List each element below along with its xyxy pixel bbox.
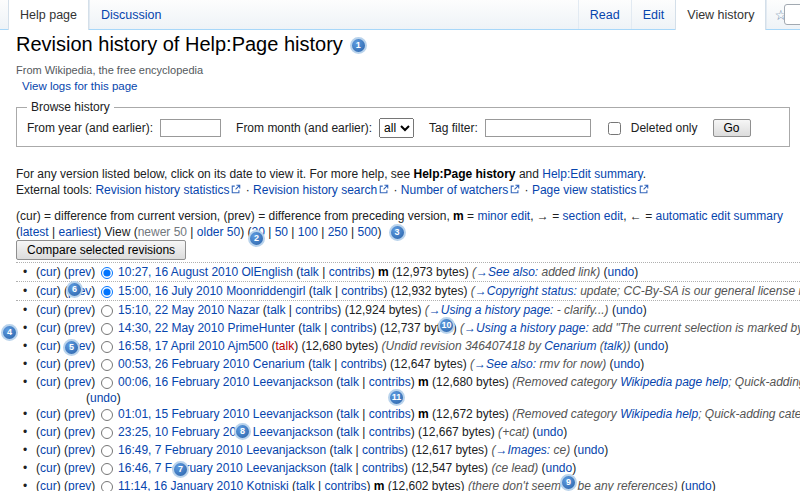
revision-date-link[interactable]: 15:10, 22 May 2010: [118, 303, 224, 317]
tab-edit[interactable]: Edit: [631, 0, 676, 29]
text-link[interactable]: minor edit: [477, 209, 530, 223]
cur-link[interactable]: cur: [40, 375, 57, 389]
deleted-only-checkbox[interactable]: [608, 122, 621, 135]
user-talk-link[interactable]: talk: [300, 265, 319, 279]
cur-link[interactable]: cur: [40, 407, 57, 421]
section-link[interactable]: →Images:: [495, 443, 550, 457]
cur-link[interactable]: cur: [40, 479, 57, 491]
user-contribs-link[interactable]: contribs: [295, 303, 337, 317]
revision-select-radio[interactable]: [101, 305, 113, 317]
revision-date-link[interactable]: 16:58, 17 April 2010: [118, 339, 225, 353]
user-contribs-link[interactable]: contribs: [331, 321, 373, 335]
user-link[interactable]: Leevanjackson: [253, 407, 333, 421]
from-year-input[interactable]: [160, 119, 221, 137]
go-button[interactable]: Go: [713, 119, 751, 137]
cur-link[interactable]: cur: [40, 425, 57, 439]
user-link[interactable]: Cenarium: [253, 357, 305, 371]
revision-date-link[interactable]: 11:14, 16 January 2010: [118, 479, 243, 491]
summary-link[interactable]: Wikipedia help: [620, 407, 698, 421]
user-talk-link[interactable]: talk: [267, 303, 286, 317]
user-link[interactable]: Moonriddengirl: [226, 284, 305, 298]
user-contribs-link[interactable]: contribs: [341, 284, 383, 298]
tag-filter-input[interactable]: [485, 119, 591, 137]
cur-link[interactable]: cur: [40, 339, 57, 353]
view-logs-link[interactable]: View logs for this page: [22, 80, 138, 92]
from-month-select[interactable]: all: [379, 118, 414, 138]
text-link[interactable]: Help:Edit summary: [542, 167, 642, 181]
cur-link[interactable]: cur: [40, 303, 57, 317]
text-link[interactable]: automatic edit summary: [656, 209, 783, 223]
undo-link[interactable]: undo: [616, 303, 643, 317]
user-link[interactable]: Nazar: [227, 303, 259, 317]
prev-link[interactable]: prev: [68, 443, 91, 457]
revision-date-link[interactable]: 16:49, 7 February 2010: [118, 443, 243, 457]
external-tool-link[interactable]: Revision history statistics: [95, 183, 229, 197]
user-link[interactable]: Leevanjackson: [246, 443, 326, 457]
text-link[interactable]: 100: [298, 225, 318, 239]
prev-link[interactable]: prev: [68, 375, 91, 389]
cur-link[interactable]: cur: [40, 461, 57, 475]
user-contribs-link[interactable]: contribs: [362, 443, 404, 457]
external-tool-link[interactable]: Revision history search: [253, 183, 377, 197]
prev-link[interactable]: prev: [68, 461, 91, 475]
user-talk-link[interactable]: talk: [302, 321, 321, 335]
user-talk-link[interactable]: talk: [334, 443, 353, 457]
text-link[interactable]: 50: [275, 225, 288, 239]
cur-link[interactable]: cur: [40, 321, 57, 335]
user-talk-link[interactable]: talk: [340, 375, 359, 389]
user-contribs-link[interactable]: contribs: [324, 479, 366, 491]
revision-date-link[interactable]: 14:30, 22 May 2010: [118, 321, 224, 335]
text-link[interactable]: 250: [328, 225, 348, 239]
user-contribs-link[interactable]: contribs: [369, 425, 411, 439]
revision-date-link[interactable]: 00:06, 16 February 2010: [118, 375, 249, 389]
undo-link[interactable]: undo: [614, 357, 641, 371]
user-contribs-link[interactable]: contribs: [369, 375, 411, 389]
tab-discussion[interactable]: Discussion: [89, 0, 172, 29]
text-link[interactable]: older 50: [197, 225, 240, 239]
revision-select-radio[interactable]: [101, 359, 113, 371]
text-link[interactable]: latest: [20, 225, 49, 239]
undo-link[interactable]: undo: [638, 339, 665, 353]
undo-link[interactable]: undo: [578, 443, 605, 457]
user-link[interactable]: Kotniski: [247, 479, 289, 491]
user-talk-link[interactable]: talk: [340, 425, 359, 439]
text-link[interactable]: section edit: [562, 209, 623, 223]
section-link[interactable]: →See also:: [474, 357, 536, 371]
user-link[interactable]: PrimeHunter: [227, 321, 294, 335]
revision-select-radio[interactable]: [101, 445, 113, 457]
revision-date-link[interactable]: 00:53, 26 February 2010: [118, 357, 249, 371]
revision-select-radio[interactable]: [101, 323, 113, 335]
user-link[interactable]: Ajm500: [227, 339, 268, 353]
prev-link[interactable]: prev: [68, 265, 91, 279]
summary-link[interactable]: talk: [604, 339, 623, 353]
user-link[interactable]: OlEnglish: [241, 265, 292, 279]
tab-view-history[interactable]: View history: [675, 0, 766, 30]
user-talk-link[interactable]: talk: [296, 479, 315, 491]
section-link[interactable]: →Using a history page:: [429, 303, 554, 317]
text-link[interactable]: 500: [357, 225, 377, 239]
undo-link[interactable]: undo: [90, 391, 117, 405]
prev-link[interactable]: prev: [68, 407, 91, 421]
user-contribs-link[interactable]: contribs: [341, 357, 383, 371]
search-input[interactable]: [784, 4, 800, 25]
external-tool-link[interactable]: Page view statistics: [532, 183, 637, 197]
revision-select-radio[interactable]: [101, 463, 113, 475]
revision-select-radio[interactable]: [101, 481, 113, 491]
user-contribs-link[interactable]: contribs: [329, 265, 371, 279]
section-link[interactable]: →See also:: [476, 265, 538, 279]
revision-select-radio[interactable]: [101, 286, 113, 298]
prev-link[interactable]: prev: [68, 479, 91, 491]
prev-link[interactable]: prev: [68, 425, 91, 439]
undo-link[interactable]: undo: [608, 265, 635, 279]
revision-date-link[interactable]: 01:01, 15 February 2010: [118, 407, 249, 421]
tab-read[interactable]: Read: [578, 0, 631, 29]
revision-select-radio[interactable]: [101, 409, 113, 421]
summary-link[interactable]: Wikipedia page help: [620, 375, 728, 389]
undo-link[interactable]: undo: [536, 425, 563, 439]
external-tool-link[interactable]: Number of watchers: [401, 183, 508, 197]
prev-link[interactable]: prev: [68, 321, 91, 335]
section-link[interactable]: →Using a history page:: [464, 321, 589, 335]
revision-select-radio[interactable]: [101, 341, 113, 353]
text-link[interactable]: earliest: [58, 225, 97, 239]
undo-link[interactable]: undo: [546, 461, 573, 475]
